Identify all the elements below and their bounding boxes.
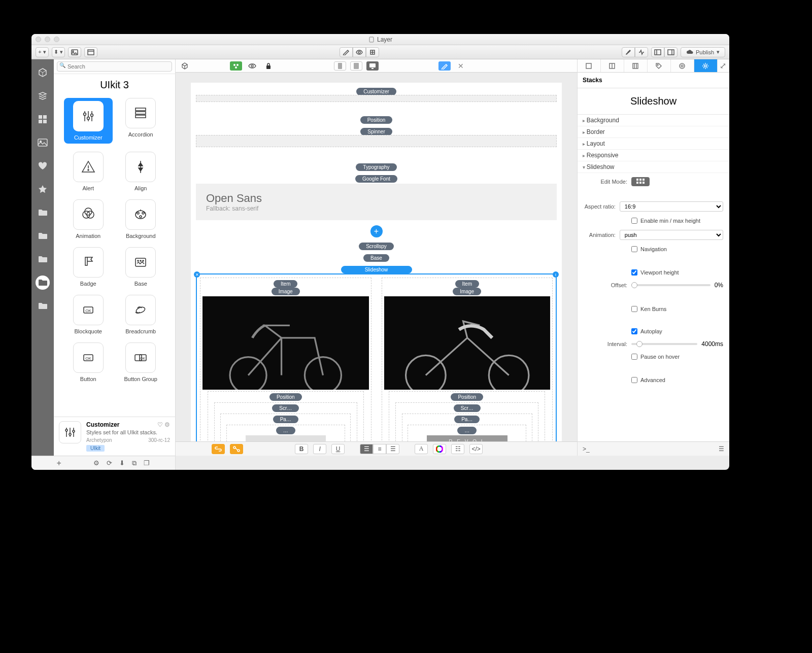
connection-button[interactable]	[230, 444, 243, 454]
view-preview[interactable]	[353, 47, 366, 57]
hierarchy-menu[interactable]: ⬍ ▾	[52, 47, 65, 57]
selection-handle-right[interactable]: i	[553, 271, 559, 278]
tab-target[interactable]	[671, 59, 694, 72]
offset-slider[interactable]	[631, 284, 710, 286]
library-item-animation[interactable]: Animation	[64, 199, 113, 239]
traffic-lights[interactable]	[36, 37, 59, 42]
search-input[interactable]	[57, 61, 172, 72]
device-desktop-icon[interactable]	[366, 61, 379, 71]
rail-heart-icon[interactable]	[36, 159, 50, 173]
panel-button[interactable]	[84, 47, 97, 57]
rail-folder-icon[interactable]	[36, 299, 50, 313]
rail-image-icon[interactable]	[36, 135, 50, 150]
block-spinner[interactable]: Spinner	[360, 128, 392, 135]
check-navigation[interactable]: Navigation	[631, 246, 667, 252]
block-scr[interactable]: Scr…	[454, 404, 481, 412]
bold-button[interactable]: B	[295, 444, 308, 454]
check-kenburns[interactable]: Ken Burns	[631, 306, 666, 312]
plugin-icon[interactable]	[230, 61, 242, 71]
aspect-ratio-select[interactable]: 16:9	[620, 201, 723, 212]
library-item-button-group[interactable]: OKButton Group	[117, 342, 165, 382]
block-position-2[interactable]: Position	[269, 393, 302, 401]
interval-slider[interactable]	[631, 343, 697, 345]
publish-button[interactable]: Publish ▾	[681, 47, 725, 57]
gear-icon[interactable]: ⚙	[93, 459, 99, 467]
check-advanced[interactable]: Advanced	[631, 377, 665, 383]
canvas[interactable]: Customizer Position Spinner Typography G…	[176, 73, 577, 441]
rail-folder-icon[interactable]	[36, 252, 50, 266]
block-item[interactable]: Item	[274, 280, 297, 288]
align-left-button[interactable]: ☰	[360, 444, 373, 454]
rail-grid-icon[interactable]	[36, 112, 50, 126]
block-image[interactable]: Image	[453, 288, 481, 295]
device-tablet-icon[interactable]	[350, 61, 362, 71]
section-slideshow[interactable]: Slideshow	[578, 161, 729, 173]
tab-columns[interactable]	[624, 59, 648, 72]
refresh-icon[interactable]: ⟳	[107, 459, 112, 467]
block-googlefont[interactable]: Google Font	[355, 175, 397, 183]
color-button[interactable]	[433, 444, 446, 454]
block-pa[interactable]: Pa…	[454, 416, 480, 423]
tab-settings[interactable]	[694, 59, 718, 72]
align-right-button[interactable]: ☰	[386, 444, 399, 454]
library-item-base[interactable]: Base	[117, 247, 165, 287]
library-item-button[interactable]: OKButton	[64, 342, 113, 382]
brush-button[interactable]	[622, 47, 635, 57]
rail-star-icon[interactable]	[36, 182, 50, 196]
section-background[interactable]: Background	[578, 115, 729, 126]
tab-expand[interactable]: ⤢	[718, 59, 729, 72]
block-dots[interactable]: …	[457, 427, 477, 434]
edit-mode-segment[interactable]	[631, 177, 650, 186]
tab-page[interactable]	[578, 59, 601, 72]
underline-button[interactable]: U	[331, 444, 345, 454]
library-item-blockquote[interactable]: OKBlockquote	[64, 295, 113, 334]
list-button[interactable]: ☷	[451, 444, 464, 454]
align-center-button[interactable]: ≡	[373, 444, 386, 454]
block-position[interactable]: Position	[360, 116, 393, 124]
layout-right[interactable]	[664, 47, 678, 57]
section-responsive[interactable]: Responsive	[578, 150, 729, 161]
device-mobile-icon[interactable]	[334, 61, 346, 71]
tab-tag[interactable]	[648, 59, 671, 72]
rail-folder-active-icon[interactable]	[36, 276, 50, 290]
check-minmax[interactable]: Enable min / max height	[631, 218, 700, 224]
settings-icon[interactable]: ☰	[719, 445, 724, 453]
check-autoplay[interactable]: Autoplay	[631, 328, 662, 334]
block-customizer[interactable]: Customizer	[356, 88, 396, 95]
check-viewport[interactable]: Viewport height	[631, 269, 679, 276]
library-item-breadcrumb[interactable]: Breadcrumb	[117, 295, 165, 334]
activity-button[interactable]	[635, 47, 648, 57]
block-position-2[interactable]: Position	[451, 393, 483, 401]
library-item-badge[interactable]: Badge	[64, 247, 113, 287]
tab-layout[interactable]	[601, 59, 624, 72]
view-export[interactable]	[366, 47, 379, 57]
library-item-align[interactable]: Align	[117, 152, 165, 191]
eye-icon[interactable]	[246, 61, 258, 71]
download-icon[interactable]: ⬇	[119, 459, 125, 467]
block-scr[interactable]: Scr…	[272, 404, 299, 412]
block-typography[interactable]: Typography	[356, 163, 396, 171]
rail-folder-icon[interactable]	[36, 205, 50, 220]
section-layout[interactable]: Layout	[578, 138, 729, 150]
selection-handle-left[interactable]: ✕	[194, 271, 200, 278]
italic-button[interactable]: I	[313, 444, 326, 454]
block-slideshow[interactable]: Slideshow	[341, 266, 412, 273]
animation-select[interactable]: push	[620, 230, 723, 240]
media-button[interactable]	[68, 47, 81, 57]
library-item-alert[interactable]: Alert	[64, 152, 113, 191]
add-menu[interactable]: + ▾	[36, 47, 49, 57]
section-border[interactable]: Border	[578, 126, 729, 138]
layout-left[interactable]	[651, 47, 664, 57]
block-base[interactable]: Base	[363, 254, 389, 262]
add-block-button[interactable]: +	[370, 225, 383, 237]
library-item-background[interactable]: Background	[117, 199, 165, 239]
copy-icon[interactable]: ⧉	[132, 459, 137, 467]
console-prompt[interactable]: >_	[583, 445, 590, 453]
close-icon[interactable]: ✕	[455, 61, 467, 71]
link-button[interactable]	[212, 444, 225, 454]
add-button[interactable]: +	[57, 459, 61, 468]
block-scrollspy[interactable]: Scrollspy	[359, 243, 394, 250]
check-pausehover[interactable]: Pause on hover	[631, 354, 680, 360]
block-item[interactable]: Item	[455, 280, 479, 288]
rail-stacks-icon[interactable]	[36, 89, 50, 103]
